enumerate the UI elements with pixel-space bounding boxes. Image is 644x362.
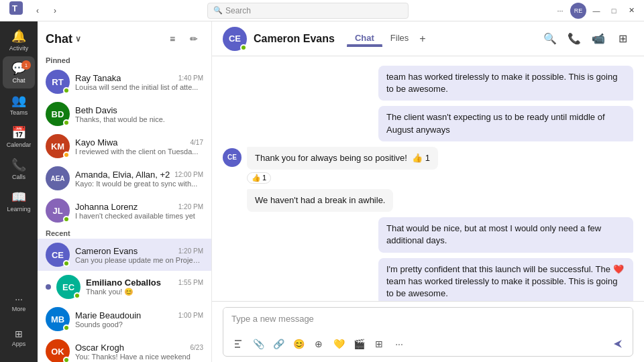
message-input-box: Type a new message 📎 🔗 😊 ⊕ 💛 🎬 ⊞	[223, 307, 633, 357]
message-bubble: team has worked tirelessly to make it po…	[223, 66, 633, 101]
maximize-button[interactable]: □	[606, 3, 621, 18]
sidebar-item-learning[interactable]: 📖 Learning	[3, 185, 35, 217]
schedule-button[interactable]: 🎬	[350, 335, 368, 353]
sidebar-item-apps[interactable]: ⊞ Apps	[3, 322, 35, 354]
sticker-button[interactable]: 💛	[329, 335, 348, 353]
tab-files[interactable]: Files	[382, 30, 417, 47]
search-icon: 🔍	[213, 6, 223, 15]
message-bubble: CE Thank you for always being so positiv…	[223, 147, 633, 184]
more-actions-button[interactable]: ⊞	[370, 335, 388, 353]
toolbar-left: 📎 🔗 😊 ⊕ 💛 🎬 ⊞ ···	[229, 335, 409, 353]
list-item[interactable]: RT Ray Tanaka 1:40 PM Louisa will send t…	[38, 66, 211, 98]
message-text: We haven't had a break in awhile.	[247, 189, 393, 212]
message-text: Thank you for always being so positive! …	[247, 147, 438, 170]
title-bar-right: ··· RE — □ ✕	[553, 3, 639, 19]
toolbar-overflow-button[interactable]: ···	[390, 335, 409, 353]
status-indicator	[63, 87, 70, 94]
more-label: More	[12, 306, 26, 312]
calendar-label: Calendar	[7, 141, 32, 148]
message-bubble: That would be nice, but at most I would …	[223, 217, 633, 252]
video-call-button[interactable]: 📹	[588, 28, 609, 50]
teams-label: Teams	[10, 109, 28, 116]
chat-label: Chat	[12, 77, 25, 84]
chat-info: Ray Tanaka 1:40 PM Louisa will send the …	[75, 73, 203, 91]
giphy-button[interactable]: ⊕	[309, 335, 328, 353]
more-options-button[interactable]: ⊞	[612, 28, 633, 50]
avatar: MB	[46, 307, 70, 331]
list-item[interactable]: AEA Amanda, Elvia, Allan, +2 12:00 PM Ka…	[38, 162, 211, 194]
new-chat-button[interactable]: ✏	[184, 29, 203, 48]
chat-info: Beth Davis Thanks, that would be nice.	[75, 105, 203, 123]
status-indicator	[63, 119, 70, 126]
chat-info: Marie Beaudouin 1:00 PM Sounds good?	[75, 310, 203, 328]
avatar: EC	[56, 275, 80, 299]
sidebar-item-calendar[interactable]: 📅 Calendar	[3, 121, 35, 153]
left-rail: 🔔 Activity 💬 1 Chat 👥 Teams 📅 Calendar 📞…	[0, 21, 38, 362]
nav-forward-button[interactable]: ›	[47, 3, 63, 19]
content-header: CE Cameron Evans Chat Files + 🔍 📞 📹 ⊞	[212, 21, 644, 56]
message-text: The client wasn't expecting us to be rea…	[378, 106, 633, 141]
chat-panel-header: Chat ∨ ≡ ✏	[38, 21, 211, 54]
message-reaction[interactable]: 👍 1	[247, 172, 271, 184]
unread-indicator	[46, 284, 51, 290]
learning-label: Learning	[7, 206, 30, 213]
chat-panel-actions: ≡ ✏	[163, 29, 203, 48]
message-bubble: I'm pretty confident that this launch wi…	[223, 258, 633, 302]
apps-label: Apps	[12, 341, 26, 347]
chat-info: Amanda, Elvia, Allan, +2 12:00 PM Kayo: …	[75, 170, 203, 188]
send-button[interactable]	[608, 335, 627, 353]
add-tab-button[interactable]: +	[417, 30, 428, 47]
sidebar-item-activity[interactable]: 🔔 Activity	[3, 24, 35, 56]
status-indicator	[63, 260, 70, 267]
chat-info: Oscar Krogh 6/23 You: Thanks! Have a nic…	[75, 343, 203, 361]
search-conversation-button[interactable]: 🔍	[539, 28, 561, 50]
attach-button[interactable]: 📎	[249, 335, 268, 353]
format-button[interactable]	[229, 335, 248, 353]
chat-list: Pinned RT Ray Tanaka 1:40 PM Louisa will…	[38, 54, 211, 362]
message-text: I'm pretty confident that this launch wi…	[378, 258, 633, 302]
content-header-left: CE Cameron Evans Chat Files +	[223, 27, 429, 51]
nav-back-button[interactable]: ‹	[30, 3, 46, 19]
main-layout: 🔔 Activity 💬 1 Chat 👥 Teams 📅 Calendar 📞…	[0, 21, 644, 362]
avatar: AEA	[46, 166, 70, 190]
link-button[interactable]: 🔗	[269, 335, 288, 353]
sidebar-item-calls[interactable]: 📞 Calls	[3, 153, 35, 185]
message-bubble: The client wasn't expecting us to be rea…	[223, 106, 633, 141]
close-button[interactable]: ✕	[624, 3, 639, 18]
contact-status	[240, 44, 247, 51]
recent-section-label: Recent	[38, 227, 211, 239]
audio-call-button[interactable]: 📞	[564, 28, 585, 50]
chat-panel-title[interactable]: Chat ∨	[46, 32, 81, 46]
sidebar-item-chat[interactable]: 💬 1 Chat	[3, 56, 35, 88]
learning-icon: 📖	[11, 190, 26, 204]
message-input-area: Type a new message 📎 🔗 😊 ⊕ 💛 🎬 ⊞	[212, 301, 644, 362]
list-item[interactable]: CE Cameron Evans 1:20 PM Can you please …	[38, 239, 211, 271]
avatar: OK	[46, 339, 70, 362]
message-text: That would be nice, but at most I would …	[378, 217, 633, 252]
more-options-button[interactable]: ···	[553, 3, 568, 18]
tab-chat[interactable]: Chat	[347, 30, 382, 47]
list-item[interactable]: JL Johanna Lorenz 1:20 PM I haven't chec…	[38, 194, 211, 227]
status-indicator	[74, 292, 80, 299]
list-item[interactable]: OK Oscar Krogh 6/23 You: Thanks! Have a …	[38, 335, 211, 362]
list-item[interactable]: BD Beth Davis Thanks, that would be nice…	[38, 98, 211, 130]
list-item[interactable]: KM Kayo Miwa 4/17 I reviewed with the cl…	[38, 130, 211, 162]
sidebar-item-teams[interactable]: 👥 Teams	[3, 88, 35, 121]
list-item[interactable]: EC Emiliano Ceballos 1:55 PM Thank you! …	[38, 271, 211, 303]
message-bubble: CE We haven't had a break in awhile.	[223, 189, 633, 212]
calls-label: Calls	[12, 174, 25, 180]
message-text: team has worked tirelessly to make it po…	[378, 66, 633, 101]
list-item[interactable]: MB Marie Beaudouin 1:00 PM Sounds good?	[38, 303, 211, 335]
filter-button[interactable]: ≡	[163, 29, 182, 48]
message-input[interactable]: Type a new message	[223, 308, 633, 332]
avatar: JL	[46, 198, 70, 223]
minimize-button[interactable]: —	[589, 3, 604, 18]
sidebar-item-more[interactable]: ··· More	[3, 287, 35, 319]
user-avatar[interactable]: RE	[570, 3, 586, 19]
message-toolbar: 📎 🔗 😊 ⊕ 💛 🎬 ⊞ ···	[223, 332, 633, 356]
emoji-button[interactable]: 😊	[289, 335, 308, 353]
search-bar[interactable]: 🔍 Search	[207, 3, 409, 19]
apps-icon: ⊞	[15, 328, 23, 339]
activity-label: Activity	[9, 45, 29, 52]
chat-info: Johanna Lorenz 1:20 PM I haven't checked…	[75, 202, 203, 220]
